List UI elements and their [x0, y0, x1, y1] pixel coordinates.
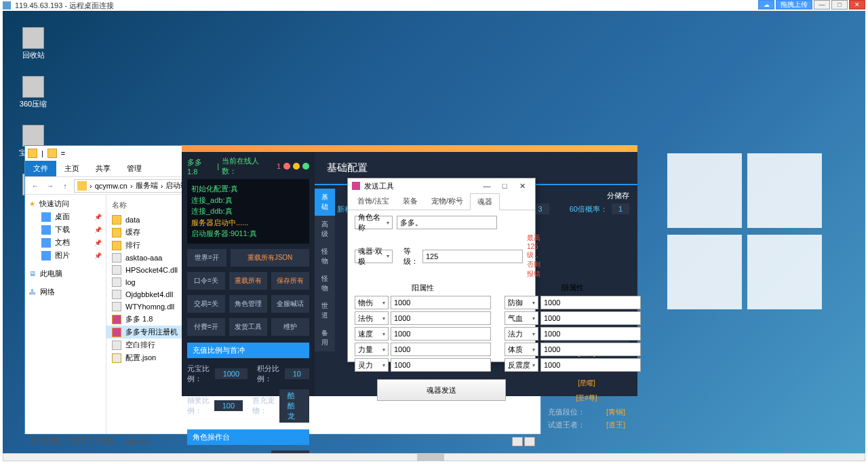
horizontal-scrollbar[interactable]: [3, 453, 865, 461]
action-button[interactable]: 重载所有: [229, 272, 267, 290]
action-button[interactable]: 付费=开: [187, 318, 225, 336]
action-button[interactable]: 世界=开: [187, 249, 226, 267]
up-button[interactable]: ↑: [59, 180, 71, 192]
attr-input[interactable]: [540, 343, 641, 356]
dot-green[interactable]: [302, 163, 309, 170]
attr-select[interactable]: 反震度▾: [505, 358, 538, 372]
action-button[interactable]: 全服喊话: [271, 295, 309, 313]
sidebar-item[interactable]: 桌面📌: [25, 210, 106, 223]
rdp-title-text: 119.45.63.193 - 远程桌面连接: [15, 1, 114, 11]
attr-select[interactable]: 力量▾: [355, 343, 389, 356]
config-tab[interactable]: 基础: [315, 189, 335, 216]
config-tab[interactable]: 高级: [315, 216, 335, 243]
tab-file[interactable]: 文件: [25, 161, 56, 176]
upload-button[interactable]: 拖拽上传: [776, 0, 812, 9]
attr-select[interactable]: 物伤▾: [355, 296, 389, 309]
sidebar-item[interactable]: 下载📌: [25, 223, 106, 236]
minimize-button[interactable]: —: [814, 0, 830, 9]
attr-select[interactable]: 法伤▾: [355, 311, 389, 325]
forward-button[interactable]: →: [44, 180, 56, 192]
tab-home[interactable]: 主页: [56, 161, 87, 176]
attr-input[interactable]: [540, 327, 641, 341]
view-details[interactable]: [512, 437, 523, 446]
network[interactable]: 🖧网络: [25, 286, 106, 298]
rdp-titlebar: 119.45.63.193 - 远程桌面连接 ☁ 拖拽上传 — □ ✕: [0, 0, 868, 11]
attr-select[interactable]: 体质▾: [505, 343, 538, 356]
config-tab[interactable]: 备用: [315, 324, 335, 351]
folder-icon: [47, 149, 57, 158]
role-name-select[interactable]: 角色名称▾: [355, 216, 393, 229]
attr-input[interactable]: [391, 343, 491, 356]
maximize-button[interactable]: □: [496, 180, 513, 192]
action-button[interactable]: 维护: [271, 318, 309, 336]
sidebar-item[interactable]: 文档📌: [25, 236, 106, 249]
this-pc[interactable]: 🖥此电脑: [25, 267, 106, 280]
section-role: 角色操作台: [187, 429, 309, 445]
console-column: 多多 1.8 | 当前在线人数： 1 初始化配置:真连接_adb:真连接_ddb…: [182, 152, 315, 396]
console-output: 初始化配置:真连接_adb:真连接_ddb:真服务器启动中......启动服务器…: [187, 179, 309, 244]
role-name-input[interactable]: [397, 216, 497, 229]
attr-input[interactable]: [540, 311, 641, 325]
attr-input[interactable]: [391, 358, 491, 372]
attr-select[interactable]: 灵力▾: [355, 358, 389, 372]
section-recharge: 充值比例与首冲: [187, 343, 309, 358]
config-tab[interactable]: 怪物: [315, 243, 335, 270]
close-button[interactable]: ✕: [513, 180, 531, 192]
explorer-sidebar: ★快速访问 桌面📌下载📌文档📌图片📌 🖥此电脑 🖧网络: [25, 195, 106, 433]
folder-icon: [77, 181, 87, 191]
attr-select[interactable]: 速度▾: [355, 327, 389, 341]
app-icon: [352, 182, 360, 190]
tab-view[interactable]: 管理: [119, 161, 150, 176]
tab-share[interactable]: 共享: [87, 161, 119, 176]
attr-select[interactable]: 防御▾: [505, 296, 538, 309]
cloud-icon[interactable]: ☁: [758, 0, 774, 9]
dialog-tabs: 首饰/法宝装备宠物/称号魂器: [348, 193, 535, 210]
folder-icon: [28, 149, 37, 158]
attr-input[interactable]: [391, 311, 491, 325]
windows-logo: [665, 151, 825, 313]
action-button[interactable]: 交易=关: [187, 295, 225, 313]
desktop-icon[interactable]: 回收站: [16, 27, 50, 60]
send-tool-dialog: 发送工具 — □ ✕ 首饰/法宝装备宠物/称号魂器 角色名称▾ 魂器·双极▾ 等…: [347, 178, 536, 362]
action-button[interactable]: 发货工具: [229, 318, 267, 336]
action-button[interactable]: 保存所有: [271, 272, 309, 290]
rdp-icon: [3, 1, 11, 9]
back-button[interactable]: ←: [29, 180, 41, 192]
attr-select[interactable]: 法力▾: [505, 327, 538, 341]
attr-select[interactable]: 气血▾: [505, 311, 538, 325]
action-button[interactable]: 口令=关: [187, 272, 225, 290]
config-tab[interactable]: 世道: [315, 297, 335, 324]
dot-red[interactable]: [283, 163, 290, 170]
minimize-button[interactable]: —: [478, 180, 496, 192]
dialog-tab[interactable]: 宠物/称号: [425, 193, 470, 210]
config-tab[interactable]: 怪物: [315, 270, 335, 297]
action-button[interactable]: 角色管理: [229, 295, 267, 313]
desktop-icon[interactable]: 360压缩: [16, 76, 50, 109]
close-button[interactable]: ✕: [849, 0, 865, 9]
attr-input[interactable]: [540, 296, 641, 309]
dot-yellow[interactable]: [293, 163, 300, 170]
dialog-tab[interactable]: 首饰/法宝: [351, 193, 396, 210]
rdp-controls: ☁ 拖拽上传 — □ ✕: [758, 0, 865, 9]
weapon-select[interactable]: 魂器·双极▾: [355, 250, 393, 263]
quick-access[interactable]: ★快速访问: [25, 197, 106, 210]
level-input[interactable]: [422, 250, 523, 263]
attr-input[interactable]: [391, 296, 491, 309]
attr-input[interactable]: [391, 327, 491, 341]
dialog-titlebar[interactable]: 发送工具 — □ ✕: [348, 178, 535, 193]
sidebar-item[interactable]: 图片📌: [25, 249, 106, 262]
maximize-button[interactable]: □: [831, 0, 848, 9]
view-icons[interactable]: [524, 437, 535, 446]
remote-desktop: 回收站360压缩宝塔面...dist | = 文件 主页 共享 管理 应用程序工…: [3, 11, 865, 453]
action-button[interactable]: 重载所有JSON: [231, 249, 309, 267]
send-button[interactable]: 魂器发送: [377, 379, 506, 401]
dialog-tab[interactable]: 装备: [396, 193, 425, 210]
dialog-tab[interactable]: 魂器: [470, 193, 500, 210]
attr-input[interactable]: [540, 358, 641, 372]
